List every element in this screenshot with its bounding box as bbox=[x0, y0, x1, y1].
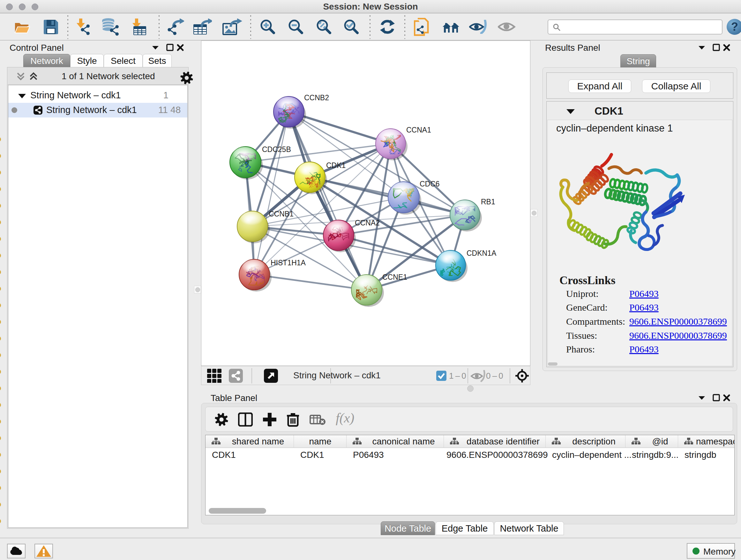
svg-text:CCNB2: CCNB2 bbox=[304, 94, 329, 102]
svg-text:CDK1: CDK1 bbox=[326, 161, 346, 170]
svg-text:CDC6: CDC6 bbox=[420, 180, 440, 188]
svg-text:CCNA2: CCNA2 bbox=[355, 219, 380, 227]
svg-text:RB1: RB1 bbox=[481, 198, 495, 206]
svg-text:HIST1H1A: HIST1H1A bbox=[271, 259, 306, 267]
svg-text:CDKN1A: CDKN1A bbox=[467, 249, 496, 257]
svg-text:CCNB1: CCNB1 bbox=[269, 210, 293, 218]
svg-text:CCNA1: CCNA1 bbox=[406, 126, 431, 134]
svg-text:CDC25B: CDC25B bbox=[262, 145, 291, 153]
svg-text:CCNE1: CCNE1 bbox=[382, 273, 407, 281]
